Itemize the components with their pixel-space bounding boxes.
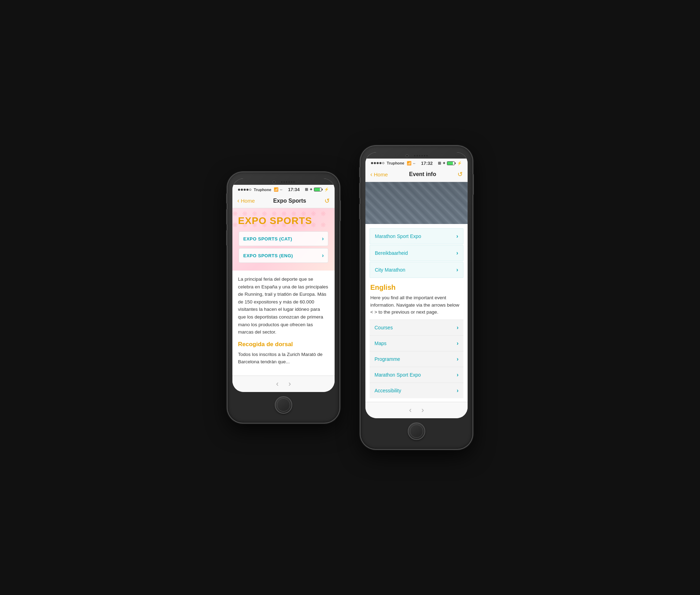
signal-dot-5 (249, 189, 251, 191)
screen-content-2: Marathon Sport Expo › Bereikbaarheid › C… (365, 182, 468, 402)
signal-dot-7 (374, 162, 376, 164)
signal-dot-9 (379, 162, 382, 164)
volume-down-button (226, 230, 227, 246)
signal-dot-2 (241, 189, 243, 191)
home-button-1[interactable] (275, 396, 292, 414)
wifi-icon-2: 📶 (407, 161, 412, 166)
event-menu-item-bereik[interactable]: Bereikbaarheid › (370, 245, 463, 261)
courses-item-3-label: Programme (374, 356, 400, 362)
expo-menu-item-2[interactable]: EXPO SPORTS (ENG) › (239, 248, 328, 263)
back-button-1[interactable]: ‹ Home (237, 197, 255, 204)
event-top-menu: Marathon Sport Expo › Bereikbaarheid › C… (365, 224, 468, 278)
bluetooth-icon-2: ✦ (442, 161, 446, 166)
event-menu-arrow-3: › (456, 267, 458, 273)
speaker-hole (421, 155, 423, 156)
expo-hero-title: EXPO SPORTS (238, 215, 329, 226)
courses-item-2-label: Maps (374, 341, 386, 346)
nav-title-1: Expo Sports (273, 198, 306, 204)
courses-arrow-4: › (457, 372, 458, 378)
home-button-2[interactable] (408, 422, 425, 440)
speaker-hole (293, 181, 295, 183)
speaker-hole (288, 181, 290, 183)
next-button-2[interactable]: › (421, 406, 424, 415)
time-2: 17:32 (421, 161, 433, 166)
signal-dot-3 (244, 189, 246, 191)
bluetooth-icon-1: ✦ (309, 187, 313, 192)
nav-title-2: Event info (409, 171, 436, 177)
carrier-name-1: Truphone (254, 188, 271, 192)
courses-menu: Courses › Maps › Programme › Marathon Sp… (365, 320, 468, 402)
camera-area-1 (232, 178, 335, 185)
bottom-nav-2: ‹ › (365, 402, 468, 418)
event-menu-arrow-1: › (456, 233, 458, 239)
next-button-1[interactable]: › (288, 379, 291, 388)
content-body-1: La principal feria del deporte que se ce… (232, 271, 335, 376)
prev-button-1[interactable]: ‹ (276, 379, 279, 388)
mute-switch-2 (359, 167, 360, 177)
event-menu-arrow-2: › (456, 250, 458, 256)
power-button (340, 200, 341, 221)
phone-1-screen: Truphone 📶 ↔ 17:34 ⊞ ✦ ⚡ (232, 178, 335, 392)
battery-2 (447, 161, 456, 165)
refresh-button-2[interactable]: ↺ (457, 170, 463, 178)
courses-item-1[interactable]: Courses › (370, 320, 463, 336)
section-title-1: Recogida de dorsal (238, 341, 329, 348)
courses-item-5[interactable]: Accessibility › (370, 383, 463, 398)
signal-dot-6 (371, 162, 373, 164)
camera-2 (406, 154, 408, 157)
battery-tip-1 (322, 189, 323, 190)
expo-menu-item-1-label: EXPO SPORTS (CAT) (243, 236, 292, 241)
speaker-hole (424, 155, 425, 156)
speaker-2 (414, 155, 428, 156)
power-button-2 (472, 174, 474, 195)
status-left-2: Truphone 📶 ↔ (371, 161, 416, 166)
signal-dot-1 (238, 189, 240, 191)
portrait-icon-2: ⊞ (438, 161, 441, 166)
wifi-icon-1: 📶 (274, 187, 279, 192)
courses-arrow-3: › (457, 356, 458, 362)
battery-tip-2 (455, 162, 456, 164)
section-text-1: Todos los inscritos a la Zurich Maratò d… (238, 351, 329, 366)
volume-up-button-2 (359, 183, 360, 198)
back-label-2: Home (374, 172, 388, 177)
camera-1 (273, 181, 275, 183)
battery-body-1 (314, 188, 322, 191)
speaker-hole (281, 181, 282, 183)
lightning-icon-2: ⚡ (457, 161, 462, 166)
back-button-2[interactable]: ‹ Home (370, 171, 388, 178)
courses-arrow-5: › (457, 387, 458, 394)
refresh-button-1[interactable]: ↺ (324, 197, 330, 205)
screen-content-1: EXPO SPORTS EXPO SPORTS (CAT) › EXPO SPO… (232, 208, 335, 376)
nav-bar-1: ‹ Home Expo Sports ↺ (232, 194, 335, 208)
event-menu-city-label: City Marathon (375, 267, 405, 273)
battery-fill-2 (447, 162, 453, 165)
signal-dot-10 (382, 162, 384, 164)
courses-arrow-2: › (457, 340, 458, 346)
courses-item-3[interactable]: Programme › (370, 351, 463, 367)
phone-2: Truphone 📶 ↔ 17:32 ⊞ ✦ ⚡ (360, 146, 472, 449)
expo-menu-item-1[interactable]: EXPO SPORTS (CAT) › (239, 231, 328, 246)
prev-button-2[interactable]: ‹ (409, 406, 412, 415)
speaker-hole (284, 181, 285, 183)
network-icon-2: ↔ (412, 161, 416, 165)
speaker-hole (414, 155, 415, 156)
expo-menu-list: EXPO SPORTS (CAT) › EXPO SPORTS (ENG) › (238, 231, 329, 263)
event-banner (365, 182, 468, 224)
status-right-1: ⊞ ✦ ⚡ (305, 187, 329, 192)
bottom-nav-1: ‹ › (232, 376, 335, 392)
mute-switch (226, 193, 227, 204)
event-menu-item-marathon-expo[interactable]: Marathon Sport Expo › (370, 228, 463, 244)
speaker-hole (416, 155, 418, 156)
speaker-hole (419, 155, 420, 156)
expo-menu-arrow-2: › (322, 252, 324, 259)
english-section: English Here you find all the important … (365, 279, 468, 320)
courses-item-1-label: Courses (374, 325, 393, 330)
home-button-inner-2 (410, 425, 423, 438)
event-menu-item-city[interactable]: City Marathon › (370, 262, 463, 278)
courses-item-4[interactable]: Marathon Sport Expo › (370, 367, 463, 383)
back-chevron-1: ‹ (237, 197, 239, 204)
back-chevron-2: ‹ (370, 171, 372, 178)
event-menu-bereik-label: Bereikbaarheid (375, 250, 408, 256)
camera-area-2 (365, 152, 468, 159)
courses-item-2[interactable]: Maps › (370, 336, 463, 351)
